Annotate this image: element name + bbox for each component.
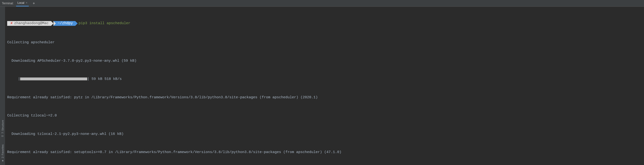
terminal-tab-local[interactable]: Local × — [16, 0, 29, 6]
prompt-path-segment: ~/zhdpy — [54, 21, 75, 26]
prompt-line: ✘zhanghaodong@Mac ~/zhdpy pip3 install a… — [7, 21, 642, 26]
status-error-icon: ✘ — [10, 20, 13, 26]
close-icon[interactable]: × — [26, 1, 27, 4]
star-icon: ★ — [1, 160, 4, 162]
terminal-pane[interactable]: ✘zhanghaodong@Mac ~/zhdpy pip3 install a… — [5, 7, 644, 165]
progress-prefix: | — [7, 77, 20, 81]
output-line: Requirement already satisfied: setuptool… — [7, 149, 642, 156]
toolwindow-label: 7: Structure — [1, 120, 4, 134]
prompt-path: ~/zhdpy — [58, 20, 73, 26]
toolwindow-structure[interactable]: ⠿ 7: Structure — [1, 120, 4, 138]
structure-icon: ⠿ — [1, 135, 4, 137]
output-line: Downloading tzlocal-2.1-py2.py3-none-any… — [7, 131, 642, 137]
toolwindow-favorites[interactable]: ★ 2: Favorites — [1, 145, 4, 162]
output-line: || 59 kB 518 kB/s — [7, 76, 642, 82]
prompt-user: zhanghaodong@Mac — [14, 20, 49, 26]
output-line: Collecting tzlocal~=2.0 — [7, 113, 642, 119]
tab-title: Local — [18, 1, 24, 4]
add-tab-button[interactable]: + — [31, 1, 36, 5]
terminal-tab-bar: Terminal: Local × + — [0, 0, 644, 7]
prompt-user-segment: ✘zhanghaodong@Mac — [7, 21, 51, 26]
progress-suffix: | 59 kB 518 kB/s — [87, 77, 122, 81]
toolwindow-label: 2: Favorites — [1, 145, 4, 158]
command-text: pip3 install apscheduler — [78, 20, 130, 26]
terminal-label: Terminal: — [2, 2, 14, 5]
output-line: Collecting apscheduler — [7, 39, 642, 46]
output-line: Downloading APScheduler-3.7.0-py2.py3-no… — [7, 58, 642, 64]
side-toolwindow-gutter: ⠿ 7: Structure ★ 2: Favorites — [0, 7, 5, 165]
output-line: Requirement already satisfied: pytz in /… — [7, 94, 642, 101]
progress-bar — [20, 77, 87, 80]
